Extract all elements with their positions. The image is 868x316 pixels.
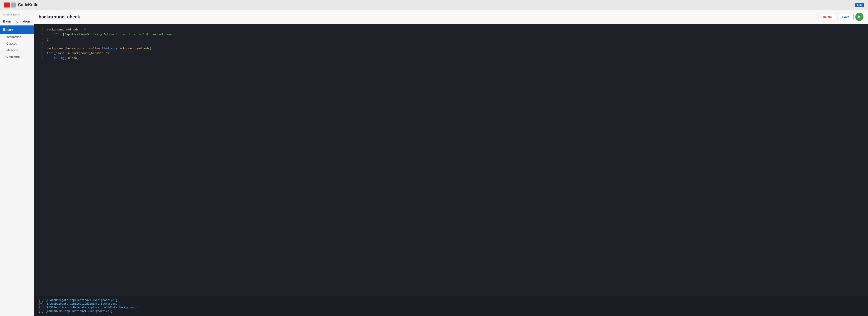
line-number: 1 <box>38 28 43 32</box>
sidebar-item-binary[interactable]: Binary <box>0 25 34 34</box>
line-number: 6 <box>38 51 43 56</box>
content-area: background_check Delete Save 1 backgroun… <box>34 10 868 316</box>
code-content: } <box>47 37 49 42</box>
line-number: 2 <box>38 32 43 37</box>
app-title: CodeKnife <box>18 2 38 7</box>
beta-badge: beta <box>855 3 864 7</box>
output-text: [EPAppDelegate applicationWillResignActi… <box>45 299 117 302</box>
save-button[interactable]: Save <box>838 13 854 20</box>
code-content: '*': ['applicationWillResignActive:', 'a… <box>47 32 180 37</box>
code-line-7: 7 ck_log(_class) <box>34 56 868 61</box>
sidebar-item-basic-information[interactable]: Basic Information <box>0 17 34 25</box>
code-editor[interactable]: 1 background_methods = { 2 '*': ['applic… <box>34 24 868 296</box>
line-number: 3 <box>38 37 43 42</box>
output-panel: [+] [EPAppDelegate applicationWillResign… <box>34 296 868 316</box>
sidebar-sub-item-information[interactable]: Information <box>0 34 34 40</box>
output-prefix: [+] <box>39 306 43 309</box>
output-line-2: [+] [EPAppDelegate applicationDidEnterBa… <box>39 303 864 306</box>
output-prefix: [+] <box>39 310 43 313</box>
logo-gray-block <box>11 2 16 7</box>
content-header: background_check Delete Save <box>34 10 868 24</box>
analysis-result-label: Analysis Result <box>0 10 34 17</box>
output-text: [EPAppDelegate applicationDidEnterBackgr… <box>45 303 121 306</box>
output-line-4: [+] [GADDAdView applicationWillResignAct… <box>39 310 864 313</box>
sidebar-sub-item-checkers[interactable]: Checkers <box>0 53 34 60</box>
output-prefix: [+] <box>39 303 43 306</box>
code-line-4: 4 <box>34 41 868 47</box>
svg-marker-0 <box>859 16 861 18</box>
code-content: background_methods = { <box>47 28 86 32</box>
code-content: for _class in background_behaviours: <box>47 51 111 56</box>
main-layout: Analysis Result Basic Information Binary… <box>0 10 868 316</box>
output-line-1: [+] [EPAppDelegate applicationWillResign… <box>39 299 864 302</box>
line-number: 7 <box>38 56 43 61</box>
logo-icon <box>4 2 16 7</box>
sidebar-sub-item-methods[interactable]: Methods <box>0 47 34 53</box>
code-line-6: 6 for _class in background_behaviours: <box>34 51 868 56</box>
play-icon <box>857 15 861 19</box>
output-text: [GADDAdView applicationWillResignActive:… <box>45 310 113 313</box>
output-line-3: [+] [FBSDKApplicationDelegate applicatio… <box>39 306 864 309</box>
output-text: [FBSDKApplicationDelegate applicationDid… <box>45 306 138 309</box>
line-number: 4 <box>38 41 43 47</box>
code-content: ck_log(_class) <box>47 56 79 61</box>
sidebar: Analysis Result Basic Information Binary… <box>0 10 34 316</box>
line-number: 5 <box>38 47 43 51</box>
topbar: CodeKnife beta <box>0 0 868 10</box>
code-content: background_behaviours = callee.find_api(… <box>47 47 151 51</box>
logo-red-block <box>4 2 10 7</box>
code-line-1: 1 background_methods = { <box>34 28 868 32</box>
header-buttons: Delete Save <box>819 13 864 21</box>
code-line-2: 2 '*': ['applicationWillResignActive:', … <box>34 32 868 37</box>
checker-title: background_check <box>39 14 80 20</box>
code-line-3: 3 } <box>34 37 868 42</box>
delete-button[interactable]: Delete <box>819 13 836 20</box>
sidebar-sub-item-classes[interactable]: Classes <box>0 40 34 47</box>
output-prefix: [+] <box>39 299 43 302</box>
code-line-5: 5 background_behaviours = callee.find_ap… <box>34 47 868 51</box>
run-button[interactable] <box>855 13 864 21</box>
